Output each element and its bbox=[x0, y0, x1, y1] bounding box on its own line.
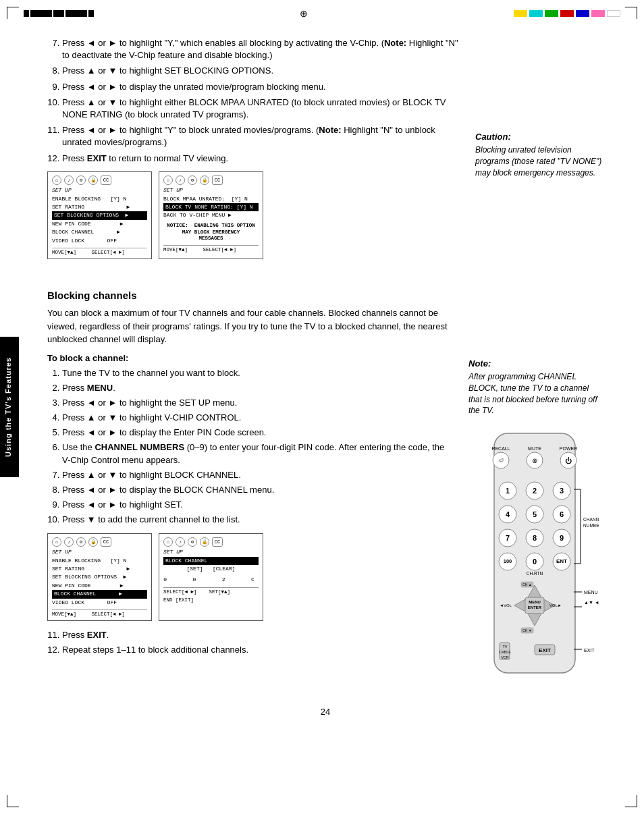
screen1-right-title: SET UP bbox=[163, 187, 259, 193]
blocking-steps-after: Press EXIT. Repeat steps 1–11 to block a… bbox=[47, 629, 455, 656]
page-number: 24 bbox=[47, 707, 603, 717]
icon-home-2: ⌂ bbox=[163, 175, 173, 185]
svg-text:NUMBERS: NUMBERS bbox=[583, 523, 599, 528]
block-step-10: Press ▼ to add the current channel to th… bbox=[62, 514, 455, 526]
screen-icons-4: ⌂ ♪ ⚙ 🔒 CC bbox=[163, 537, 259, 547]
note-box: Note: After programming CHANNEL BLOCK, t… bbox=[468, 358, 603, 416]
s1l-row3-highlighted: SET BLOCKING OPTIONS ▶ bbox=[52, 211, 147, 219]
block-step-7: Press ▲ or ▼ to highlight BLOCK CHANNEL. bbox=[62, 469, 455, 481]
svg-text:5: 5 bbox=[532, 510, 536, 518]
s2r-footer1: SELECT[◄ ►] SET[▼▲] bbox=[163, 587, 259, 595]
block-step-5: Press ◄ or ► to display the Enter PIN Co… bbox=[62, 427, 455, 439]
svg-text:VOL►: VOL► bbox=[549, 603, 562, 607]
screen-icons-3: ⌂ ♪ ⚙ 🔒 CC bbox=[52, 537, 147, 547]
icon-gear-3: ⚙ bbox=[76, 537, 86, 547]
icon-gear-4: ⚙ bbox=[188, 537, 197, 547]
top-steps-section: Press ◄ or ► to highlight "Y," which ena… bbox=[47, 37, 603, 267]
note-text: After programming CHANNEL BLOCK, tune th… bbox=[468, 371, 603, 416]
s2l-row5-highlighted: BLOCK CHANNEL ▶ bbox=[52, 590, 147, 598]
svg-text:CHANNEL: CHANNEL bbox=[583, 517, 599, 522]
blocking-channels-intro: You can block a maximum of four TV chann… bbox=[47, 306, 455, 346]
screen-box-setup-2: ⌂ ♪ ⚙ 🔒 CC SET UP BLOCK MPAA UNRATED: [Y… bbox=[159, 171, 263, 259]
block-step-11: Press EXIT. bbox=[62, 629, 455, 641]
svg-text:TV: TV bbox=[502, 645, 507, 649]
s1r-row1: BLOCK MPAA UNRATED: [Y] N bbox=[163, 195, 259, 203]
svg-text:ENT: ENT bbox=[556, 558, 567, 564]
icon-speaker: ♪ bbox=[64, 175, 74, 185]
note-title: Note: bbox=[468, 358, 603, 369]
svg-text:⏎: ⏎ bbox=[498, 458, 503, 464]
svg-text:EXIT: EXIT bbox=[584, 648, 595, 653]
icon-cc-3: CC bbox=[101, 537, 111, 547]
s1l-row6: VIDEO LOCK OFF bbox=[52, 237, 147, 245]
svg-text:CH.RTN: CH.RTN bbox=[526, 571, 543, 576]
block-step-2-bold: MENU bbox=[87, 383, 113, 393]
block-step-4: Press ▲ or ▼ to highlight V-CHIP CONTROL… bbox=[62, 412, 455, 424]
svg-text:3: 3 bbox=[559, 487, 563, 495]
svg-text:CH ▲: CH ▲ bbox=[522, 582, 532, 587]
block-step-12: Repeat steps 1–11 to block additional ch… bbox=[62, 644, 455, 656]
icon-speaker-3: ♪ bbox=[64, 537, 74, 547]
screen1-left-title: SET UP bbox=[52, 187, 147, 193]
top-steps-with-caution: Press ◄ or ► to highlight "Y," which ena… bbox=[47, 37, 603, 267]
page-container: Press ◄ or ► to highlight "Y," which ena… bbox=[0, 0, 644, 814]
step-11-bold: Note: bbox=[319, 125, 341, 135]
s2l-row2: SET RATING ▶ bbox=[52, 565, 147, 573]
svg-text:CABLE: CABLE bbox=[498, 650, 510, 654]
svg-text:ENTER: ENTER bbox=[527, 605, 541, 609]
caution-box: Caution: Blocking unrated television pro… bbox=[475, 132, 603, 178]
remote-svg: RECALL MUTE POWER ⏎ ⊗ ⏻ 1 bbox=[474, 430, 599, 686]
svg-text:MUTE: MUTE bbox=[528, 446, 541, 451]
icon-gear: ⚙ bbox=[76, 175, 86, 185]
svg-text:MENU: MENU bbox=[584, 590, 598, 595]
s2l-row3: SET BLOCKING OPTIONS ▶ bbox=[52, 573, 147, 581]
step-7-bold: Note: bbox=[384, 38, 406, 48]
blocking-steps-list: Tune the TV to the channel you want to b… bbox=[47, 367, 455, 526]
svg-text:⏻: ⏻ bbox=[565, 457, 572, 464]
top-steps-list: Press ◄ or ► to highlight "Y," which ena… bbox=[47, 37, 462, 165]
blocking-channels-left: Blocking channels You can block a maximu… bbox=[47, 277, 455, 686]
svg-text:POWER: POWER bbox=[559, 446, 576, 451]
screen2-right-title: SET UP bbox=[163, 549, 259, 555]
s1l-row2: SET RATING ▶ bbox=[52, 203, 147, 211]
caution-section: Caution: Blocking unrated television pro… bbox=[475, 37, 603, 267]
s2l-row1: ENABLE BLOCKING [Y] N bbox=[52, 557, 147, 565]
screen-row-1: ⌂ ♪ ⚙ 🔒 CC SET UP ENABLE BLOCKING [Y] N … bbox=[47, 171, 462, 259]
screen-box-setup-1: ⌂ ♪ ⚙ 🔒 CC SET UP ENABLE BLOCKING [Y] N … bbox=[47, 171, 152, 259]
screen-row-2: ⌂ ♪ ⚙ 🔒 CC SET UP ENABLE BLOCKING [Y] N … bbox=[47, 533, 455, 621]
svg-text:VCR: VCR bbox=[501, 655, 509, 659]
step-11: Press ◄ or ► to highlight "Y" to block u… bbox=[62, 124, 462, 148]
step-12: Press EXIT to return to normal TV viewin… bbox=[62, 153, 462, 165]
s1l-footer: MOVE[▼▲] SELECT[◄ ►] bbox=[52, 248, 147, 255]
icon-lock-3: 🔒 bbox=[88, 537, 98, 547]
icon-home: ⌂ bbox=[52, 175, 61, 185]
icon-gear-2: ⚙ bbox=[188, 175, 197, 185]
svg-text:2: 2 bbox=[532, 487, 536, 495]
s2l-row4: NEW PIN CODE ▶ bbox=[52, 582, 147, 590]
step-10: Press ▲ or ▼ to highlight either BLOCK M… bbox=[62, 97, 462, 121]
block-step-6-bold: CHANNEL NUMBERS bbox=[95, 442, 184, 452]
svg-text:9: 9 bbox=[559, 534, 563, 542]
s2l-row6: VIDEO LOCK OFF bbox=[52, 599, 147, 607]
block-step-9: Press ◄ or ► to highlight SET. bbox=[62, 499, 455, 511]
block-step-8: Press ◄ or ► to display the BLOCK CHANNE… bbox=[62, 484, 455, 496]
s2l-footer: MOVE[▼▲] SELECT[◄ ►] bbox=[52, 609, 147, 617]
s2r-channels: 0 0 2 C bbox=[163, 576, 259, 584]
s2r-footer2: END [EXIT] bbox=[163, 597, 259, 603]
s2r-block-channel: BLOCK CHANNEL bbox=[163, 557, 259, 565]
svg-text:RECALL: RECALL bbox=[491, 446, 510, 451]
svg-text:1: 1 bbox=[505, 487, 509, 495]
step-7: Press ◄ or ► to highlight "Y," which ena… bbox=[62, 37, 462, 61]
caution-text: Blocking unrated television programs (th… bbox=[475, 144, 603, 178]
screen-icons-2: ⌂ ♪ ⚙ 🔒 CC bbox=[163, 175, 259, 185]
block-step-3: Press ◄ or ► to highlight the SET UP men… bbox=[62, 397, 455, 409]
svg-text:0: 0 bbox=[532, 558, 536, 566]
step-9: Press ◄ or ► to display the unrated movi… bbox=[62, 81, 462, 93]
block-step-2: Press MENU. bbox=[62, 382, 455, 394]
caution-title: Caution: bbox=[475, 132, 603, 142]
block-step-6: Use the CHANNEL NUMBERS (0–9) to enter y… bbox=[62, 441, 455, 466]
icon-home-4: ⌂ bbox=[163, 537, 173, 547]
icon-speaker-2: ♪ bbox=[176, 175, 185, 185]
svg-text:EXIT: EXIT bbox=[539, 647, 551, 653]
s1r-notice: NOTICE: ENABLING THIS OPTIONMAY BLOCK EM… bbox=[163, 223, 259, 242]
